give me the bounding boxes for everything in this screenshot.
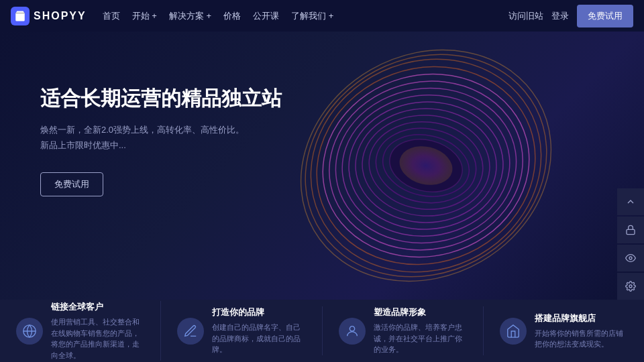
nav-about[interactable]: 了解我们 +: [291, 10, 333, 22]
nav-right: 访问旧站 登录 免费试用: [508, 5, 633, 27]
nav-home[interactable]: 首页: [103, 10, 120, 22]
feature-brand-icon: [177, 318, 204, 345]
scroll-up-button[interactable]: [617, 188, 644, 215]
feature-image-title: 塑造品牌形象: [374, 306, 467, 318]
side-buttons: [617, 188, 644, 300]
nav-solutions[interactable]: 解决方案 +: [169, 10, 211, 22]
feature-image-desc: 激活你的品牌、培养客户忠诚，并在社交平台上推广你的业务。: [374, 322, 467, 355]
feature-store-title: 搭建品牌旗舰店: [535, 312, 628, 324]
feature-image-icon: [339, 318, 366, 345]
logo-text: SHOPYY: [34, 10, 87, 22]
feature-store-icon: [500, 318, 527, 345]
hero-title: 适合长期运营的精品独立站: [40, 85, 282, 111]
free-trial-button[interactable]: 免费试用: [577, 5, 633, 27]
feature-image: 塑造品牌形象 激活你的品牌、培养客户忠诚，并在社交平台上推广你的业务。: [323, 306, 484, 355]
feature-brand-desc: 创建自己的品牌名字、自己的品牌商标，成就自己的品牌。: [212, 322, 305, 355]
feature-brand-title: 打造你的品牌: [212, 306, 305, 318]
feature-store: 搭建品牌旗舰店 开始将你的销售所需的店铺把你的想法变成现实。: [484, 312, 644, 350]
nav-links: 首页 开始 + 解决方案 + 价格 公开课 了解我们 +: [103, 10, 508, 22]
nav-course[interactable]: 公开课: [253, 10, 279, 22]
features-bar: 链接全球客户 使用营销工具、社交整合和在线购物车销售您的产品，将您的产品推向新渠…: [0, 300, 644, 362]
navbar: SHOPYY 首页 开始 + 解决方案 + 价格 公开课 了解我们 + 访问旧站…: [0, 0, 644, 32]
feature-store-text: 搭建品牌旗舰店 开始将你的销售所需的店铺把你的想法变成现实。: [535, 312, 628, 350]
feature-global: 链接全球客户 使用营销工具、社交整合和在线购物车销售您的产品，将您的产品推向新渠…: [0, 301, 161, 361]
svg-point-18: [350, 326, 354, 330]
hero-subtitle: 焕然一新，全新2.0强势上线，高转化率、高性价比。 新品上市限时优惠中...: [40, 122, 282, 154]
eye-button[interactable]: [617, 245, 644, 272]
hero-content: 适合长期运营的精品独立站 焕然一新，全新2.0强势上线，高转化率、高性价比。 新…: [40, 85, 282, 196]
settings-button[interactable]: [617, 273, 644, 300]
feature-global-text: 链接全球客户 使用营销工具、社交整合和在线购物车销售您的产品，将您的产品推向新渠…: [51, 301, 144, 361]
hero-section: 适合长期运营的精品独立站 焕然一新，全新2.0强势上线，高转化率、高性价比。 新…: [0, 32, 644, 300]
feature-global-icon: [16, 318, 43, 345]
visit-old-site-button[interactable]: 访问旧站: [508, 10, 543, 22]
feature-global-title: 链接全球客户: [51, 301, 144, 313]
svg-point-21: [629, 285, 632, 288]
logo-icon: [11, 7, 30, 25]
lock-button[interactable]: [617, 217, 644, 243]
nav-price[interactable]: 价格: [223, 10, 241, 22]
feature-image-text: 塑造品牌形象 激活你的品牌、培养客户忠诚，并在社交平台上推广你的业务。: [374, 306, 467, 355]
logo[interactable]: SHOPYY: [11, 7, 87, 25]
abstract-decoration: [282, 32, 564, 300]
feature-global-desc: 使用营销工具、社交整合和在线购物车销售您的产品，将您的产品推向新渠道，走向全球。: [51, 316, 144, 361]
nav-start[interactable]: 开始 +: [132, 10, 157, 22]
feature-brand: 打造你的品牌 创建自己的品牌名字、自己的品牌商标，成就自己的品牌。: [161, 306, 322, 355]
svg-rect-19: [627, 229, 635, 234]
feature-brand-text: 打造你的品牌 创建自己的品牌名字、自己的品牌商标，成就自己的品牌。: [212, 306, 305, 355]
svg-point-20: [629, 257, 632, 259]
feature-store-desc: 开始将你的销售所需的店铺把你的想法变成现实。: [535, 328, 628, 350]
login-button[interactable]: 登录: [551, 10, 569, 22]
hero-free-trial-button[interactable]: 免费试用: [40, 172, 103, 196]
